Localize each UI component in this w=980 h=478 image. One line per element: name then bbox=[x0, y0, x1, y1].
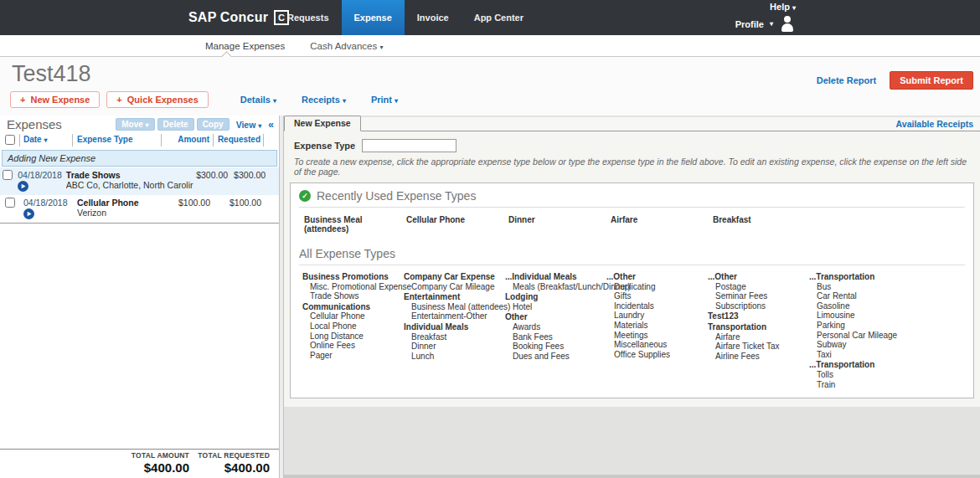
expense-type-item[interactable]: Awards bbox=[505, 322, 606, 332]
expense-type-item[interactable]: Dues and Fees bbox=[505, 352, 606, 362]
expense-type-item[interactable]: Duplicating bbox=[606, 282, 708, 292]
view-menu[interactable]: View ▾ bbox=[236, 120, 262, 130]
recent-expense-type[interactable]: Cellular Phone bbox=[406, 215, 508, 234]
column-amount[interactable]: Amount bbox=[162, 134, 214, 146]
expense-type-item[interactable]: Company Car Mileage bbox=[404, 282, 505, 292]
expense-category-header: ...Individual Meals bbox=[505, 272, 606, 282]
expense-type-item[interactable]: Miscellaneous bbox=[606, 340, 708, 350]
avatar-icon[interactable] bbox=[779, 16, 796, 32]
adding-new-expense-banner: Adding New Expense bbox=[2, 150, 277, 167]
expense-type-item[interactable]: Bank Fees bbox=[505, 332, 606, 342]
nav-item-expense[interactable]: Expense bbox=[342, 0, 405, 35]
expense-type-item[interactable]: Postage bbox=[708, 282, 809, 292]
collapse-panel-icon[interactable]: « bbox=[268, 119, 274, 131]
chevron-down-icon: ▾ bbox=[273, 97, 276, 105]
expense-type-item[interactable]: Personal Car Mileage bbox=[809, 331, 910, 341]
expense-type-item[interactable]: Tolls bbox=[809, 370, 910, 380]
expense-type-item[interactable]: Bus bbox=[809, 282, 910, 292]
expense-type-item[interactable]: Entertainment-Other bbox=[404, 311, 505, 321]
totals-bar: TOTAL AMOUNT $400.00 TOTAL REQUESTED $40… bbox=[0, 449, 279, 478]
expense-type-item[interactable]: Taxi bbox=[809, 350, 910, 360]
expense-type-item[interactable]: Limousine bbox=[809, 311, 910, 321]
expense-type-item[interactable]: Dinner bbox=[404, 342, 505, 352]
profile-menu[interactable]: Profile ▾ bbox=[735, 16, 796, 32]
subnav-manage-expenses[interactable]: Manage Expenses bbox=[205, 41, 285, 51]
recent-expense-type[interactable]: Dinner bbox=[508, 215, 611, 234]
delete-button[interactable]: Delete bbox=[157, 118, 194, 131]
copy-button[interactable]: Copy bbox=[197, 118, 230, 131]
expense-type-item[interactable]: Train bbox=[809, 380, 910, 390]
expense-type-item[interactable]: Gasoline bbox=[809, 301, 910, 311]
expense-type-item[interactable]: Meals (Breakfast/Lunch/Dinner) bbox=[505, 282, 606, 292]
expense-row[interactable]: 04/18/2018Trade ShowsABC Co, Charlotte, … bbox=[0, 167, 279, 195]
print-menu[interactable]: Print ▾ bbox=[371, 95, 398, 105]
expense-type-item[interactable]: Parking bbox=[809, 321, 910, 331]
expense-type-item[interactable]: Booking Fees bbox=[505, 342, 606, 352]
expense-type-item[interactable]: Lunch bbox=[404, 352, 505, 362]
total-requested-value: $400.00 bbox=[189, 460, 270, 475]
expense-type-item[interactable]: Pager bbox=[302, 351, 404, 361]
new-expense-button[interactable]: + New Expense bbox=[10, 91, 100, 108]
expense-category-header: ...Transportation bbox=[809, 272, 910, 282]
select-all-checkbox[interactable] bbox=[5, 135, 15, 145]
expense-type-item[interactable]: Seminar Fees bbox=[708, 291, 809, 301]
subnav-cash-advances[interactable]: Cash Advances ▾ bbox=[310, 41, 383, 51]
expense-type-item[interactable]: Local Phone bbox=[302, 321, 404, 332]
expense-type-item[interactable]: Business Meal (attendees) bbox=[404, 302, 505, 312]
available-receipts-link[interactable]: Available Receipts bbox=[896, 119, 973, 129]
expense-type-item[interactable]: Office Supplies bbox=[606, 350, 708, 360]
recent-expense-type[interactable]: Business Meal (attendees) bbox=[304, 215, 406, 234]
expense-type-item[interactable]: Materials bbox=[606, 321, 708, 331]
delete-report-link[interactable]: Delete Report bbox=[817, 75, 877, 85]
recent-expense-type[interactable]: Breakfast bbox=[713, 215, 815, 234]
expense-type-item[interactable]: Airfare bbox=[708, 332, 809, 342]
new-expense-label: New Expense bbox=[30, 95, 90, 105]
expense-type-item[interactable]: Meetings bbox=[606, 331, 708, 341]
total-requested: TOTAL REQUESTED $400.00 bbox=[189, 451, 270, 475]
expense-type-item[interactable]: Gifts bbox=[606, 291, 708, 301]
expense-type-item[interactable]: Online Fees bbox=[302, 341, 404, 351]
expense-type-column: Business PromotionsMisc. Promotional Exp… bbox=[302, 271, 404, 389]
nav-item-requests[interactable]: Requests bbox=[275, 0, 342, 35]
expense-type-item[interactable]: Misc. Promotional Expense bbox=[302, 282, 404, 292]
details-menu[interactable]: Details ▾ bbox=[240, 95, 276, 105]
move-button[interactable]: Move ▾ bbox=[116, 118, 154, 131]
bottom-scroll-strip[interactable] bbox=[284, 475, 980, 478]
expense-type-item[interactable]: Car Rental bbox=[809, 291, 910, 301]
column-expense-type[interactable]: Expense Type bbox=[73, 134, 162, 146]
expense-date: 04/18/2018 bbox=[18, 170, 62, 180]
row-checkbox[interactable] bbox=[3, 170, 13, 180]
column-date[interactable]: Date ▾ bbox=[20, 134, 73, 146]
profile-label: Profile bbox=[735, 19, 764, 29]
expense-type-item[interactable]: Subscriptions bbox=[708, 301, 809, 311]
brand-name: SAP Concur bbox=[188, 10, 268, 25]
expense-type-item[interactable]: Long Distance bbox=[302, 332, 404, 342]
total-amount: TOTAL AMOUNT $400.00 bbox=[102, 451, 189, 475]
expense-row[interactable]: 04/18/2018Cellular PhoneVerizon$100.00$1… bbox=[0, 195, 279, 223]
expense-type-item[interactable]: Airline Fees bbox=[708, 352, 809, 362]
expense-type-item[interactable]: Cellular Phone bbox=[302, 311, 404, 321]
submit-report-button[interactable]: Submit Report bbox=[890, 71, 973, 90]
expense-category-header: Test123 bbox=[708, 311, 809, 321]
expense-type-item[interactable]: Incidentals bbox=[606, 301, 708, 311]
tab-new-expense[interactable]: New Expense bbox=[284, 116, 361, 131]
receipts-menu[interactable]: Receipts ▾ bbox=[302, 95, 346, 105]
expense-type-item[interactable]: Subway bbox=[809, 340, 910, 350]
help-menu[interactable]: Help ▾ bbox=[770, 2, 796, 12]
date-column-label: Date bbox=[23, 135, 42, 144]
recently-used-title: Recently Used Expense Types bbox=[317, 189, 476, 203]
expense-type-item[interactable]: Hotel bbox=[505, 302, 606, 312]
nav-item-invoice[interactable]: Invoice bbox=[405, 0, 462, 35]
expense-type-item[interactable]: Airfare Ticket Tax bbox=[708, 342, 809, 352]
expense-type-item[interactable]: Trade Shows bbox=[302, 291, 404, 301]
quick-expenses-button[interactable]: + Quick Expenses bbox=[106, 91, 208, 108]
row-checkbox[interactable] bbox=[5, 198, 15, 208]
expense-type-item[interactable]: Laundry bbox=[606, 311, 708, 321]
recent-expense-type[interactable]: Airfare bbox=[611, 215, 713, 234]
expense-type-input[interactable] bbox=[362, 139, 456, 152]
expense-toolbar: + New Expense + Quick Expenses Details ▾… bbox=[10, 91, 398, 108]
nav-item-app-center[interactable]: App Center bbox=[462, 0, 536, 35]
expense-type-item[interactable]: Breakfast bbox=[404, 332, 505, 342]
column-requested[interactable]: Requested bbox=[214, 134, 264, 146]
expense-category-header: ...Other bbox=[606, 272, 708, 282]
